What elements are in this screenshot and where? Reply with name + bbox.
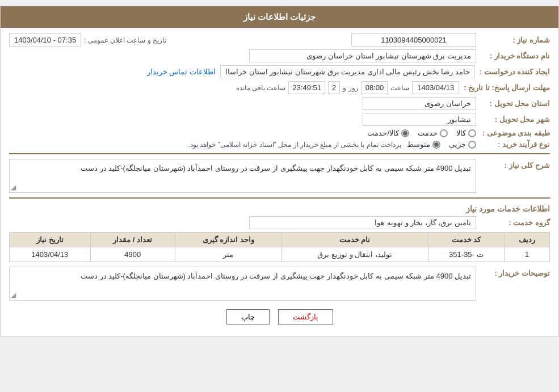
col-header-qty: تعداد / مقدار	[90, 233, 175, 247]
process-jozyi-radio[interactable]	[468, 141, 476, 149]
category-khedmat-radio[interactable]	[440, 129, 448, 137]
col-header-id: ردیف	[505, 233, 550, 247]
category-kala-khedmat-radio[interactable]	[401, 129, 409, 137]
province-label: استان محل تحویل :	[476, 99, 550, 108]
col-header-unit: واحد اندازه گیری	[175, 233, 281, 247]
resize-icon: ◢	[11, 183, 16, 191]
services-title: اطلاعات خدمات مورد نیاز	[9, 204, 550, 213]
cell-unit: متر	[175, 247, 281, 262]
service-group-value: تامین برق، گاز، بخار و تهویه هوا	[249, 216, 476, 229]
buyer-desc-label: توصیحات خریدار :	[476, 267, 550, 277]
city-label: شهر محل تحویل :	[476, 115, 550, 124]
date-value: 1403/04/13	[412, 81, 459, 94]
category-kala-radio[interactable]	[468, 129, 476, 137]
province-value: خراسان رضوی	[363, 97, 476, 110]
remaining-label: ساعت باقی مانده	[236, 84, 286, 92]
buyer-desc-box: تبدیل 4900 متر شبکه سیمی به کابل خودنگهد…	[9, 267, 476, 301]
table-row: 1ت -35-351تولید، انتقال و توزیع برقمتر49…	[10, 247, 550, 262]
buyer-value: مدیریت برق شهرستان نیشابور استان خراسان …	[249, 49, 476, 62]
days-value: 2	[328, 81, 340, 94]
divider-2	[9, 197, 550, 199]
announce-date-value: 1403/04/10 - 07:35	[9, 33, 81, 47]
time-label: ساعت	[390, 84, 409, 92]
creator-value: حامد رضا بخش رئیس مالی اداری مدیریت برق …	[220, 65, 475, 78]
description-value: تبدیل 4900 متر شبکه سیمی به کابل خودنگهد…	[81, 164, 471, 172]
cell-qty: 4900	[90, 247, 175, 262]
page-header: جزئیات اطلاعات نیاز	[1, 6, 558, 28]
announce-date-label: تاریخ و ساعت اعلان عمومی :	[84, 36, 166, 44]
cell-code: ت -35-351	[428, 247, 505, 262]
category-label: طبقه بندی موضوعی :	[476, 129, 550, 137]
service-group-label: گروه خدمت :	[476, 218, 550, 227]
process-motavasset-item[interactable]: متوسط	[407, 140, 440, 149]
buttons-row: بازگشت چاپ	[9, 309, 550, 324]
buyer-label: نام دستگاه خریدار :	[476, 52, 550, 60]
resize-icon-2: ◢	[11, 291, 16, 299]
process-motavasset-label: متوسط	[407, 140, 430, 149]
process-jozyi-label: جزیی	[449, 140, 466, 149]
category-kala-khedmat-item[interactable]: کالا/خدمت	[367, 129, 409, 137]
category-kala-label: کالا	[456, 129, 466, 137]
category-kala-item[interactable]: کالا	[456, 129, 476, 137]
creator-label: ایجاد کننده درخواست :	[475, 68, 550, 76]
description-box: تبدیل 4900 متر شبکه سیمی به کابل خودنگهد…	[9, 159, 476, 193]
divider-1	[9, 153, 550, 154]
category-kala-khedmat-label: کالا/خدمت	[367, 129, 399, 137]
need-number-label: شماره نیاز :	[476, 36, 550, 44]
city-value: نیشابور	[363, 113, 476, 126]
category-khedmat-item[interactable]: خدمت	[418, 129, 448, 137]
page-title: جزئیات اطلاعات نیاز	[243, 12, 316, 22]
services-table: ردیف کد خدمت نام خدمت واحد اندازه گیری ت…	[9, 232, 550, 262]
time-value: 08:00	[362, 81, 388, 94]
process-note: پرداخت تمام یا بخشی از مبلغ خریدار از مح…	[188, 141, 401, 149]
date-label: مهلت ارسال پاسخ: تا تاریخ :	[459, 83, 550, 92]
contact-link[interactable]: اطلاعات تماس خریدار	[147, 68, 216, 76]
days-label: روز و	[343, 84, 358, 92]
col-header-code: کد خدمت	[428, 233, 505, 247]
description-label: شرح کلی نیاز :	[476, 159, 550, 170]
cell-id: 1	[505, 247, 550, 262]
col-header-name: نام خدمت	[281, 233, 428, 247]
print-button[interactable]: چاپ	[226, 309, 270, 324]
category-radio-group: کالا خدمت کالا/خدمت	[367, 129, 476, 137]
col-header-date: تاریخ نیاز	[10, 233, 91, 247]
back-button[interactable]: بازگشت	[278, 309, 333, 324]
cell-name: تولید، انتقال و توزیع برق	[281, 247, 428, 262]
process-motavasset-radio[interactable]	[432, 141, 440, 149]
need-number-value: 1103094405000021	[351, 33, 476, 47]
process-jozyi-item[interactable]: جزیی	[449, 140, 476, 149]
buyer-desc-value: تبدیل 4900 متر شبکه سیمی به کابل خودنگهد…	[81, 272, 471, 280]
process-label: نوع فرآیند خرید :	[476, 140, 550, 149]
remaining-value: 23:49:51	[288, 81, 325, 94]
process-radio-group: جزیی متوسط	[407, 140, 476, 149]
cell-date: 1403/04/13	[10, 247, 91, 262]
category-khedmat-label: خدمت	[418, 129, 438, 137]
